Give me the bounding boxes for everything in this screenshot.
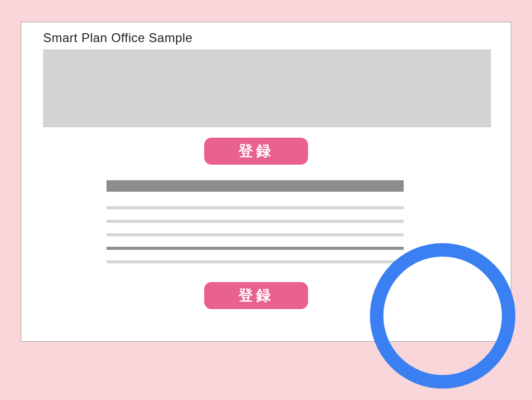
register-button-bottom[interactable]: 登録 (204, 282, 308, 309)
register-button-top[interactable]: 登録 (204, 138, 308, 165)
text-line-placeholder (107, 233, 404, 236)
heading-placeholder (107, 180, 404, 192)
text-line-placeholder (107, 206, 404, 209)
page-frame: Smart Plan Office Sample 登録 登録 (21, 22, 511, 342)
register-button-top-label: 登録 (238, 141, 274, 161)
register-button-bottom-label: 登録 (238, 286, 274, 305)
text-line-placeholder (107, 260, 404, 263)
content-block (107, 180, 404, 274)
page-title: Smart Plan Office Sample (43, 31, 193, 45)
text-line-placeholder (107, 247, 404, 250)
text-line-placeholder (107, 220, 404, 223)
hero-image-placeholder (43, 49, 491, 127)
